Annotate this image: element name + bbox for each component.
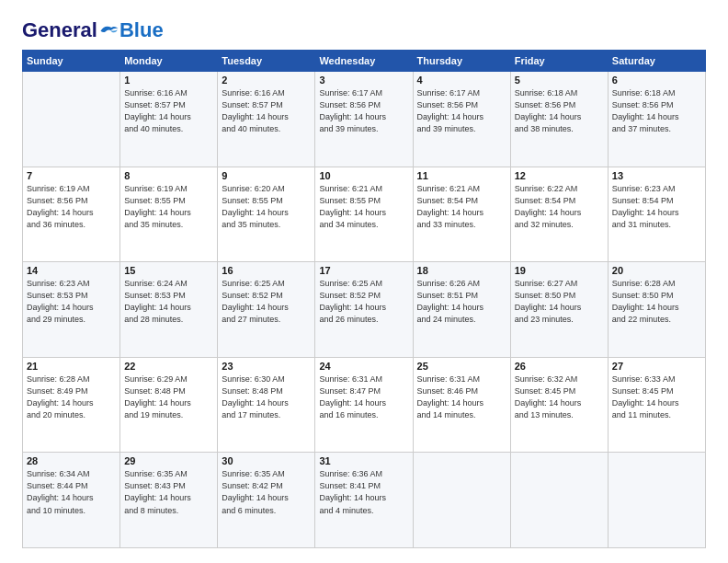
day-number: 2 [222,75,311,86]
day-info: Sunrise: 6:26 AM Sunset: 8:51 PM Dayligh… [417,278,506,326]
page: GeneralBlue SundayMondayTuesdayWednesday… [0,0,728,563]
calendar-cell: 2Sunrise: 6:16 AM Sunset: 8:57 PM Daylig… [218,72,315,167]
day-number: 28 [27,455,116,466]
day-info: Sunrise: 6:20 AM Sunset: 8:55 PM Dayligh… [222,183,311,231]
calendar-cell: 28Sunrise: 6:34 AM Sunset: 8:44 PM Dayli… [23,453,120,548]
calendar-cell: 30Sunrise: 6:35 AM Sunset: 8:42 PM Dayli… [218,453,315,548]
day-number: 3 [319,75,408,86]
day-number: 17 [319,265,408,276]
calendar-cell: 4Sunrise: 6:17 AM Sunset: 8:56 PM Daylig… [413,72,510,167]
calendar-cell: 31Sunrise: 6:36 AM Sunset: 8:41 PM Dayli… [315,453,413,548]
calendar-cell: 18Sunrise: 6:26 AM Sunset: 8:51 PM Dayli… [413,262,510,358]
calendar-cell: 23Sunrise: 6:30 AM Sunset: 8:48 PM Dayli… [218,357,315,453]
day-number: 5 [515,75,604,86]
calendar-cell [413,453,510,548]
weekday-header-saturday: Saturday [608,51,705,72]
weekday-header-thursday: Thursday [413,51,510,72]
calendar-cell: 16Sunrise: 6:25 AM Sunset: 8:52 PM Dayli… [218,262,315,358]
calendar-cell: 27Sunrise: 6:33 AM Sunset: 8:45 PM Dayli… [608,357,705,453]
calendar-header-row: SundayMondayTuesdayWednesdayThursdayFrid… [23,51,706,72]
day-info: Sunrise: 6:35 AM Sunset: 8:42 PM Dayligh… [222,468,311,516]
day-info: Sunrise: 6:30 AM Sunset: 8:48 PM Dayligh… [222,373,311,421]
calendar-cell: 20Sunrise: 6:28 AM Sunset: 8:50 PM Dayli… [608,262,705,358]
weekday-header-wednesday: Wednesday [315,51,413,72]
weekday-header-friday: Friday [510,51,608,72]
calendar-week-row: 28Sunrise: 6:34 AM Sunset: 8:44 PM Dayli… [23,453,706,548]
day-number: 26 [515,361,604,372]
day-info: Sunrise: 6:18 AM Sunset: 8:56 PM Dayligh… [612,87,701,135]
calendar-cell: 29Sunrise: 6:35 AM Sunset: 8:43 PM Dayli… [120,453,218,548]
day-number: 29 [124,455,213,466]
day-info: Sunrise: 6:34 AM Sunset: 8:44 PM Dayligh… [27,468,116,516]
calendar-cell: 12Sunrise: 6:22 AM Sunset: 8:54 PM Dayli… [510,167,608,262]
day-info: Sunrise: 6:31 AM Sunset: 8:46 PM Dayligh… [417,373,506,421]
day-number: 1 [124,75,213,86]
calendar-week-row: 7Sunrise: 6:19 AM Sunset: 8:56 PM Daylig… [23,167,706,262]
calendar-cell [608,453,705,548]
day-number: 14 [27,265,116,276]
day-info: Sunrise: 6:31 AM Sunset: 8:47 PM Dayligh… [319,373,408,421]
calendar-cell: 8Sunrise: 6:19 AM Sunset: 8:55 PM Daylig… [120,167,218,262]
day-info: Sunrise: 6:35 AM Sunset: 8:43 PM Dayligh… [124,468,213,516]
day-number: 7 [27,170,116,181]
day-info: Sunrise: 6:21 AM Sunset: 8:55 PM Dayligh… [319,183,408,231]
day-info: Sunrise: 6:16 AM Sunset: 8:57 PM Dayligh… [124,87,213,135]
day-number: 9 [222,170,311,181]
weekday-header-tuesday: Tuesday [218,51,315,72]
day-info: Sunrise: 6:28 AM Sunset: 8:50 PM Dayligh… [612,278,701,326]
day-info: Sunrise: 6:32 AM Sunset: 8:45 PM Dayligh… [515,373,604,421]
calendar-cell: 14Sunrise: 6:23 AM Sunset: 8:53 PM Dayli… [23,262,120,358]
calendar-cell [23,72,120,167]
calendar-cell: 22Sunrise: 6:29 AM Sunset: 8:48 PM Dayli… [120,357,218,453]
day-number: 24 [319,361,408,372]
calendar-cell [510,453,608,548]
calendar-week-row: 21Sunrise: 6:28 AM Sunset: 8:49 PM Dayli… [23,357,706,453]
day-info: Sunrise: 6:28 AM Sunset: 8:49 PM Dayligh… [27,373,116,421]
day-number: 20 [612,265,701,276]
calendar-cell: 19Sunrise: 6:27 AM Sunset: 8:50 PM Dayli… [510,262,608,358]
header: GeneralBlue [22,18,706,40]
day-number: 6 [612,75,701,86]
day-number: 23 [222,361,311,372]
calendar-cell: 25Sunrise: 6:31 AM Sunset: 8:46 PM Dayli… [413,357,510,453]
calendar-cell: 13Sunrise: 6:23 AM Sunset: 8:54 PM Dayli… [608,167,705,262]
day-info: Sunrise: 6:17 AM Sunset: 8:56 PM Dayligh… [319,87,408,135]
day-number: 16 [222,265,311,276]
day-number: 27 [612,361,701,372]
day-number: 11 [417,170,506,181]
day-number: 4 [417,75,506,86]
calendar-table: SundayMondayTuesdayWednesdayThursdayFrid… [22,50,706,548]
day-info: Sunrise: 6:19 AM Sunset: 8:56 PM Dayligh… [27,183,116,231]
calendar-cell: 26Sunrise: 6:32 AM Sunset: 8:45 PM Dayli… [510,357,608,453]
logo-text: GeneralBlue [22,18,164,42]
day-info: Sunrise: 6:17 AM Sunset: 8:56 PM Dayligh… [417,87,506,135]
day-info: Sunrise: 6:24 AM Sunset: 8:53 PM Dayligh… [124,278,213,326]
day-info: Sunrise: 6:19 AM Sunset: 8:55 PM Dayligh… [124,183,213,231]
calendar-cell: 10Sunrise: 6:21 AM Sunset: 8:55 PM Dayli… [315,167,413,262]
day-number: 15 [124,265,213,276]
calendar-cell: 17Sunrise: 6:25 AM Sunset: 8:52 PM Dayli… [315,262,413,358]
calendar-cell: 24Sunrise: 6:31 AM Sunset: 8:47 PM Dayli… [315,357,413,453]
day-info: Sunrise: 6:36 AM Sunset: 8:41 PM Dayligh… [319,468,408,516]
day-info: Sunrise: 6:23 AM Sunset: 8:54 PM Dayligh… [612,183,701,231]
logo: GeneralBlue [22,18,164,40]
calendar-cell: 21Sunrise: 6:28 AM Sunset: 8:49 PM Dayli… [23,357,120,453]
calendar-cell: 7Sunrise: 6:19 AM Sunset: 8:56 PM Daylig… [23,167,120,262]
calendar-cell: 6Sunrise: 6:18 AM Sunset: 8:56 PM Daylig… [608,72,705,167]
calendar-week-row: 1Sunrise: 6:16 AM Sunset: 8:57 PM Daylig… [23,72,706,167]
day-info: Sunrise: 6:25 AM Sunset: 8:52 PM Dayligh… [222,278,311,326]
day-info: Sunrise: 6:25 AM Sunset: 8:52 PM Dayligh… [319,278,408,326]
logo-blue: Blue [119,18,164,42]
day-info: Sunrise: 6:23 AM Sunset: 8:53 PM Dayligh… [27,278,116,326]
day-number: 13 [612,170,701,181]
day-info: Sunrise: 6:27 AM Sunset: 8:50 PM Dayligh… [515,278,604,326]
calendar-week-row: 14Sunrise: 6:23 AM Sunset: 8:53 PM Dayli… [23,262,706,358]
day-number: 22 [124,361,213,372]
logo-general: General [22,18,97,42]
day-number: 30 [222,455,311,466]
calendar-cell: 11Sunrise: 6:21 AM Sunset: 8:54 PM Dayli… [413,167,510,262]
weekday-header-sunday: Sunday [23,51,120,72]
calendar-cell: 5Sunrise: 6:18 AM Sunset: 8:56 PM Daylig… [510,72,608,167]
day-info: Sunrise: 6:22 AM Sunset: 8:54 PM Dayligh… [515,183,604,231]
day-number: 19 [515,265,604,276]
